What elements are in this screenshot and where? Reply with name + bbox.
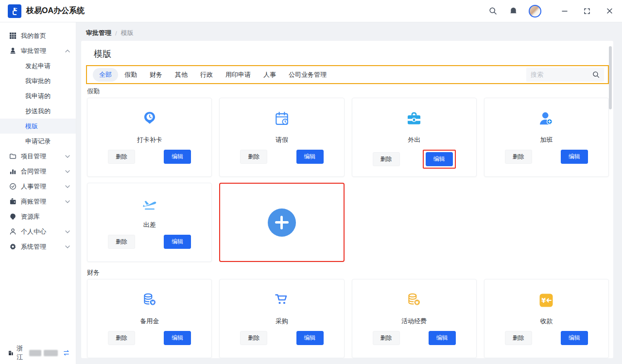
edit-button[interactable]: 编辑 [164, 235, 191, 249]
swap-arrows-icon[interactable] [63, 350, 70, 356]
template-card-procurement: 采购 删除 编辑 [219, 279, 344, 358]
sidebar-item-hr[interactable]: 人事管理 [0, 179, 76, 194]
resource-icon [9, 213, 17, 221]
red-annotation-box: 编辑 [423, 150, 456, 169]
template-name: 加班 [484, 136, 608, 144]
building-icon [8, 350, 14, 356]
sidebar-item-templates[interactable]: 模版 [0, 119, 76, 134]
tab-other[interactable]: 其他 [169, 68, 194, 82]
sidebar-item-label: 个人中心 [21, 227, 46, 236]
tab-all[interactable]: 全部 [93, 68, 118, 82]
templates-panel: 模版 全部 假勤 财务 其他 行政 用印申请 人事 公司业务管理 [81, 41, 613, 358]
sidebar-item-label: 项目管理 [21, 152, 46, 161]
template-name: 采购 [220, 317, 344, 326]
tab-finance[interactable]: 财务 [143, 68, 169, 82]
edit-button[interactable]: 编辑 [561, 150, 588, 164]
chevron-down-icon [65, 185, 70, 188]
template-name: 活动经费 [352, 317, 476, 326]
sidebar-item-system-settings[interactable]: 系统管理 [0, 239, 76, 254]
sidebar-item-my-approvals[interactable]: 我审批的 [0, 73, 76, 88]
delete-button[interactable]: 删除 [373, 331, 400, 345]
delete-button[interactable]: 删除 [505, 150, 532, 164]
search-icon[interactable] [488, 6, 498, 16]
edit-button[interactable]: 编辑 [164, 150, 191, 164]
edit-button[interactable]: 编辑 [561, 331, 588, 345]
sidebar-item-my-requests[interactable]: 我申请的 [0, 88, 76, 104]
card-grid-attendance: 打卡补卡 删除 编辑 请假 删除 编辑 [87, 98, 609, 262]
template-name: 外出 [352, 136, 476, 144]
delete-button[interactable]: 删除 [108, 150, 135, 164]
scrollbar-thumb[interactable] [609, 46, 612, 109]
sidebar-item-projects[interactable]: 项目管理 [0, 149, 76, 164]
template-name: 打卡补卡 [87, 136, 211, 144]
search-input[interactable] [531, 71, 592, 78]
sidebar-item-contracts[interactable]: 合同管理 [0, 164, 76, 179]
sidebar-item-label: 合同管理 [21, 167, 46, 176]
yuan-receive-icon: ¥ [484, 291, 608, 310]
svg-text:¥: ¥ [541, 296, 546, 304]
delete-button[interactable]: 删除 [373, 152, 400, 166]
sidebar-item-cc-to-me[interactable]: 抄送我的 [0, 104, 76, 119]
sidebar-item-business-accounts[interactable]: 商账管理 [0, 194, 76, 209]
sidebar-item-initiate-request[interactable]: 发起申请 [0, 58, 76, 73]
template-card-out: 外出 删除 编辑 [352, 98, 477, 177]
sidebar-item-home[interactable]: 我的首页 [0, 28, 76, 43]
approval-stamp-icon [9, 47, 17, 55]
edit-button[interactable]: 编辑 [164, 331, 191, 345]
edit-button[interactable]: 编辑 [296, 150, 324, 164]
delete-button[interactable]: 删除 [505, 331, 532, 345]
tab-company-business[interactable]: 公司业务管理 [282, 68, 333, 82]
tab-admin[interactable]: 行政 [194, 68, 219, 82]
tab-seal-request[interactable]: 用印申请 [219, 68, 257, 82]
close-button[interactable] [605, 6, 614, 16]
app-logo-icon [8, 4, 21, 18]
minimize-button[interactable] [560, 6, 570, 16]
briefcase-icon [352, 110, 476, 128]
tab-hr[interactable]: 人事 [257, 68, 282, 82]
check-circle-icon [9, 183, 17, 191]
maximize-button[interactable] [582, 6, 592, 16]
person-plus-icon [484, 110, 608, 128]
edit-button[interactable]: 编辑 [429, 331, 456, 345]
add-template-card[interactable] [219, 183, 344, 262]
breadcrumb: 审批管理 / 模版 [76, 22, 622, 42]
template-card-activity-funds: ¥ 活动经费 删除 编辑 [352, 279, 477, 358]
folder-icon [9, 153, 17, 160]
template-name: 请假 [220, 136, 344, 144]
search-icon[interactable] [592, 71, 600, 78]
delete-button[interactable]: 删除 [108, 331, 135, 345]
edit-button[interactable]: 编辑 [426, 152, 453, 166]
sidebar-sub-label: 发起申请 [25, 62, 51, 70]
chevron-down-icon [65, 245, 70, 248]
chevron-down-icon [65, 155, 70, 158]
template-card-business-trip: 出差 删除 编辑 [87, 183, 212, 262]
wallet-icon [9, 198, 17, 206]
tab-attendance[interactable]: 假勤 [118, 68, 143, 82]
delete-button[interactable]: 删除 [240, 150, 267, 164]
delete-button[interactable]: 删除 [240, 331, 267, 345]
svg-text:¥: ¥ [151, 300, 155, 305]
breadcrumb-parent[interactable]: 审批管理 [86, 29, 111, 37]
template-card-receive-payment: ¥ 收款 删除 编辑 [484, 279, 609, 358]
section-label-finance: 财务 [87, 268, 609, 277]
org-switcher[interactable]: 浙江 [0, 342, 76, 364]
template-card-petty-cash: ¥ 备用金 删除 编辑 [87, 279, 212, 358]
template-card-clock-fix: 打卡补卡 删除 编辑 [87, 98, 212, 177]
cart-icon [220, 291, 344, 310]
redacted-text [29, 350, 41, 356]
bell-icon[interactable] [508, 6, 518, 16]
edit-button[interactable]: 编辑 [296, 331, 324, 345]
sidebar-item-label: 商账管理 [21, 197, 46, 206]
sidebar-item-resources[interactable]: 资源库 [0, 209, 76, 224]
avatar[interactable] [529, 5, 541, 17]
sidebar-item-approval[interactable]: 审批管理 [0, 43, 76, 58]
sidebar-item-request-records[interactable]: 申请记录 [0, 134, 76, 149]
pin-clock-icon [87, 110, 211, 128]
breadcrumb-current: 模版 [121, 29, 134, 37]
plus-circle-icon[interactable] [268, 208, 296, 237]
delete-button[interactable]: 删除 [108, 235, 135, 249]
section-label-attendance: 假勤 [87, 87, 609, 96]
sidebar-item-personal-center[interactable]: 个人中心 [0, 224, 76, 239]
gear-icon [9, 243, 17, 251]
chevron-down-icon [65, 170, 70, 173]
